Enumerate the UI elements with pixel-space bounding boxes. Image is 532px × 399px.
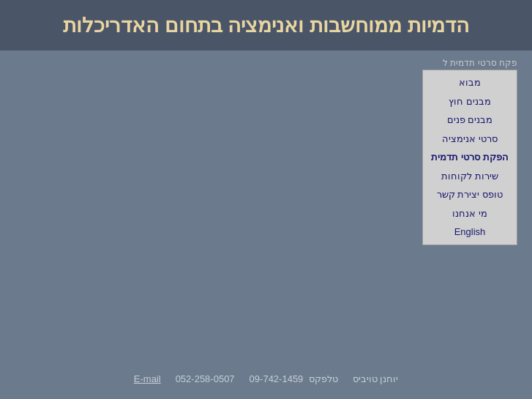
nav-item-service[interactable]: שירות לקוחות — [423, 167, 517, 186]
footer-fax: טלפקס 09-742-1459 — [250, 373, 338, 384]
nav-item-interior[interactable]: מבנים פנים — [423, 111, 517, 130]
nav-item-about[interactable]: מי אנחנו — [423, 204, 517, 223]
nav-item-production[interactable]: הפקת סרטי תדמית — [423, 148, 517, 167]
footer-email[interactable]: E-mail — [134, 373, 161, 384]
nav-label: פקח סרטי תדמית ל — [443, 58, 517, 68]
nav-item-animation[interactable]: סרטי אנימציה — [423, 130, 517, 149]
footer: יוחנן טויביס טלפקס 09-742-1459 052-258-0… — [0, 373, 532, 384]
fax-label: טלפקס — [309, 373, 338, 384]
header: הדמיות ממוחשבות ואנימציה בתחום האדריכלות — [0, 0, 532, 51]
footer-name: יוחנן טויביס — [353, 373, 399, 384]
nav-item-contact[interactable]: טופס יצירת קשר — [423, 185, 517, 204]
nav-menu: מבוא מבנים חוץ מבנים פנים סרטי אנימציה ה… — [422, 70, 517, 245]
footer-phone: 052-258-0507 — [176, 373, 235, 384]
nav-item-english[interactable]: English — [423, 223, 517, 242]
footer-content: יוחנן טויביס טלפקס 09-742-1459 052-258-0… — [134, 373, 398, 384]
nav-item-intro[interactable]: מבוא — [423, 73, 517, 92]
fax-number: 09-742-1459 — [250, 373, 304, 384]
nav-item-exterior[interactable]: מבנים חוץ — [423, 92, 517, 111]
main-content: פקח סרטי תדמית ל מבוא מבנים חוץ מבנים פנ… — [0, 51, 532, 253]
page-title: הדמיות ממוחשבות ואנימציה בתחום האדריכלות — [15, 13, 517, 37]
